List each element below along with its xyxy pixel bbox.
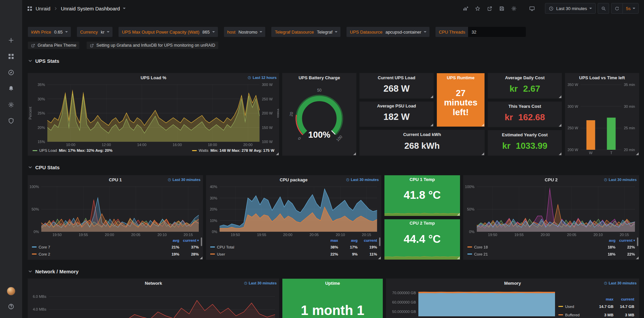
memory-chart[interactable] xyxy=(386,287,558,318)
panel-title[interactable]: Average PSU Load xyxy=(360,102,433,110)
variable-host[interactable]: host Nostromo xyxy=(224,27,266,37)
caret-down-icon[interactable] xyxy=(123,8,126,9)
legend-sort-current[interactable]: current▾ xyxy=(615,238,635,242)
refresh-icon xyxy=(614,6,619,11)
variable-value[interactable]: Telegraf xyxy=(317,30,340,35)
panel-cpu-2: CPU 2 Last 30 minutes avg current▾ Core … xyxy=(463,175,639,260)
legend-row-core21[interactable]: Core 21 18% 22% xyxy=(467,251,635,258)
legend-row-user[interactable]: User 22% 9% 11% xyxy=(210,251,377,258)
dashboard-title[interactable]: Unraid System Dashboard xyxy=(61,6,120,11)
stat-value: kr1033.99 xyxy=(488,139,562,155)
gauge-tick: 100 xyxy=(335,134,343,142)
time-range-picker[interactable]: Last 30 minutes xyxy=(545,3,596,14)
share-button[interactable] xyxy=(485,3,495,13)
star-button[interactable] xyxy=(472,3,482,13)
refresh-interval-picker[interactable]: 5s xyxy=(623,3,638,13)
variable-telegraf-datasource[interactable]: Telegraf Datasource Telegraf xyxy=(271,27,340,37)
panel-title[interactable]: CPU 1 Temp xyxy=(384,175,460,183)
variable-value[interactable]: 865 xyxy=(202,30,218,35)
variable-value[interactable]: Nostromo xyxy=(238,30,265,35)
cpu1-chart[interactable] xyxy=(28,184,203,237)
network-chart[interactable] xyxy=(28,287,279,318)
legend-row-core18[interactable]: Core 18 18% 22% xyxy=(467,243,635,251)
configuration-icon[interactable] xyxy=(0,97,22,113)
legend-sort-avg[interactable]: avg xyxy=(596,238,615,242)
zoom-out-button[interactable] xyxy=(598,3,609,14)
ups-load-chart[interactable] xyxy=(28,82,279,147)
section-network-memory[interactable]: Network / Memory xyxy=(28,266,639,276)
save-button[interactable] xyxy=(497,3,507,13)
panel-title[interactable]: Estimated Yearly Cost xyxy=(488,130,562,139)
cpu2-chart[interactable] xyxy=(463,184,639,237)
variable-label: Telegraf Datasource xyxy=(271,30,317,35)
server-admin-icon[interactable] xyxy=(0,113,22,129)
panel-title[interactable]: UPS Runtime xyxy=(437,73,485,82)
caret-down-icon xyxy=(212,31,215,33)
legend-sort-max[interactable]: max xyxy=(593,297,613,301)
create-icon[interactable] xyxy=(0,32,22,48)
variable-currency[interactable]: Currency kr xyxy=(77,27,113,37)
dashboards-breadcrumb-icon[interactable] xyxy=(27,6,33,11)
legend-scrollbar[interactable] xyxy=(379,237,380,246)
panel-title[interactable]: Network xyxy=(28,279,279,287)
panel-title[interactable]: This Years Cost xyxy=(488,102,562,110)
panel-title[interactable]: CPU 2 Temp xyxy=(384,219,460,227)
legend-row-core7[interactable]: Core 7 21% 37% xyxy=(32,243,199,251)
refresh-button[interactable] xyxy=(611,3,623,13)
stat-value: 27 minutes left! xyxy=(437,82,485,127)
series-marker xyxy=(33,150,37,151)
variable-ups-datasource[interactable]: UPS Datasource apcupsd-container xyxy=(347,27,429,37)
cpu-package-chart[interactable] xyxy=(206,184,381,237)
legend-row-used[interactable]: Used 14.7 GB 14.7 GB xyxy=(558,302,634,311)
legend-sort-avg[interactable]: avg xyxy=(338,238,358,242)
panel-title[interactable]: UPS Load vs Time left xyxy=(565,73,639,82)
variable-value[interactable]: apcupsd-container xyxy=(385,30,429,35)
variable-value[interactable]: kr xyxy=(101,30,112,35)
legend-scrollbar[interactable] xyxy=(201,237,202,246)
add-panel-button[interactable] xyxy=(460,3,470,13)
sidebar-menu xyxy=(0,32,22,129)
panel-title[interactable]: UPS Load % xyxy=(28,73,279,82)
legend-row-cpu-total[interactable]: CPU Total 38% 17% 19% xyxy=(210,243,377,251)
legend-sort-max[interactable]: max xyxy=(319,238,338,242)
panel-title[interactable]: Uptime xyxy=(282,279,383,287)
load-vs-time-chart[interactable] xyxy=(565,82,639,155)
variable-label: CPU Threads xyxy=(435,30,468,35)
alerting-icon[interactable] xyxy=(0,81,22,97)
legend-item-watts[interactable]: Watts Min: 148 W Max: 278 W Avg: 175 W xyxy=(192,148,274,152)
panel-ups-battery-charge: UPS Battery Charge 0 20 50 100 100% xyxy=(282,73,356,155)
panel-title[interactable]: UPS Battery Charge xyxy=(282,73,356,82)
panel-time-override: Last 30 minutes xyxy=(168,178,200,182)
legend-sort-current[interactable]: current xyxy=(358,238,377,242)
legend-sort-avg[interactable]: avg xyxy=(160,238,179,242)
breadcrumb-root[interactable]: Unraid xyxy=(36,6,50,11)
legend-scrollbar[interactable] xyxy=(637,237,638,246)
cpu-threads-input[interactable] xyxy=(468,27,526,37)
dashboards-icon[interactable] xyxy=(0,48,22,64)
panel-title[interactable]: Current Load kWh xyxy=(360,130,485,139)
legend-sort-current[interactable]: current▾ xyxy=(179,238,199,242)
legend-row-buffered[interactable]: Buffered 3 MB 3 MB xyxy=(558,311,634,318)
variable-ups-max-power[interactable]: UPS Max Output Power Capacity (Watt) 865 xyxy=(119,27,218,37)
explore-icon[interactable] xyxy=(0,64,22,81)
cpu-temp-panels: CPU 1 Temp 41.8 °C CPU 2 Temp 44.4 °C xyxy=(384,175,460,260)
legend-sort-current[interactable]: current xyxy=(613,297,634,301)
variable-value[interactable]: 0.65 xyxy=(54,30,71,35)
legend-item-ups-load[interactable]: UPS Load Min: 17% Max: 32% Avg: 20% xyxy=(33,148,112,152)
dashboard-link-ups-guide[interactable]: Setting up Grafana and InfluxDB for UPS … xyxy=(87,42,218,49)
panel-average-daily-cost: Average Daily Cost kr2.67 xyxy=(488,73,562,98)
dashboard-settings-button[interactable] xyxy=(509,3,519,13)
user-avatar[interactable] xyxy=(0,284,22,298)
legend-row-core2[interactable]: Core 2 19% 28% xyxy=(32,251,199,258)
section-ups-stats[interactable]: UPS Stats xyxy=(28,56,639,66)
panel-title[interactable]: Memory xyxy=(386,279,639,287)
panel-title[interactable]: Current UPS Load xyxy=(360,73,433,82)
variable-kwh-price[interactable]: kWh Price 0.65 xyxy=(28,27,71,37)
help-icon[interactable] xyxy=(0,300,22,313)
dashboard-link-plex-theme[interactable]: Grafana Plex Theme xyxy=(28,42,79,49)
cycle-view-button[interactable] xyxy=(527,3,537,13)
grafana-logo[interactable] xyxy=(0,0,22,16)
section-cpu-stats[interactable]: CPU Stats xyxy=(28,162,639,172)
panel-title[interactable]: Average Daily Cost xyxy=(488,73,562,82)
caret-down-icon xyxy=(633,8,635,9)
